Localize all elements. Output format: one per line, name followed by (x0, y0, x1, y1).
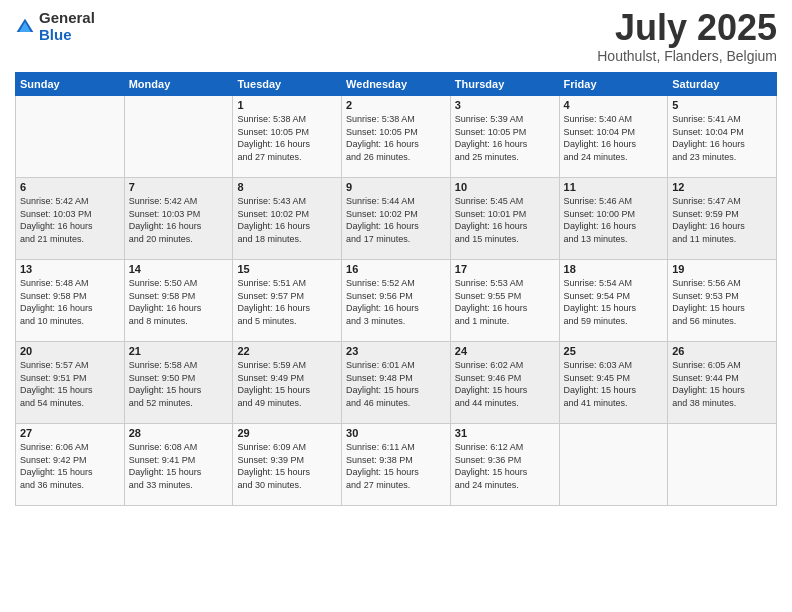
day-cell: 26Sunrise: 6:05 AM Sunset: 9:44 PM Dayli… (668, 342, 777, 424)
page: General Blue July 2025 Houthulst, Flande… (0, 0, 792, 612)
day-cell: 30Sunrise: 6:11 AM Sunset: 9:38 PM Dayli… (342, 424, 451, 506)
calendar-body: 1Sunrise: 5:38 AM Sunset: 10:05 PM Dayli… (16, 96, 777, 506)
day-number: 18 (564, 263, 664, 275)
day-cell: 5Sunrise: 5:41 AM Sunset: 10:04 PM Dayli… (668, 96, 777, 178)
header: General Blue July 2025 Houthulst, Flande… (15, 10, 777, 64)
day-info: Sunrise: 5:39 AM Sunset: 10:05 PM Daylig… (455, 113, 555, 163)
day-number: 8 (237, 181, 337, 193)
day-cell: 8Sunrise: 5:43 AM Sunset: 10:02 PM Dayli… (233, 178, 342, 260)
logo-text: General Blue (39, 10, 95, 43)
day-info: Sunrise: 5:58 AM Sunset: 9:50 PM Dayligh… (129, 359, 229, 409)
day-number: 23 (346, 345, 446, 357)
logo-blue: Blue (39, 27, 95, 44)
day-number: 25 (564, 345, 664, 357)
title-block: July 2025 Houthulst, Flanders, Belgium (597, 10, 777, 64)
day-number: 4 (564, 99, 664, 111)
header-cell-wednesday: Wednesday (342, 73, 451, 96)
header-cell-thursday: Thursday (450, 73, 559, 96)
day-info: Sunrise: 5:43 AM Sunset: 10:02 PM Daylig… (237, 195, 337, 245)
day-number: 29 (237, 427, 337, 439)
day-number: 27 (20, 427, 120, 439)
day-cell: 28Sunrise: 6:08 AM Sunset: 9:41 PM Dayli… (124, 424, 233, 506)
day-cell: 6Sunrise: 5:42 AM Sunset: 10:03 PM Dayli… (16, 178, 125, 260)
day-info: Sunrise: 6:02 AM Sunset: 9:46 PM Dayligh… (455, 359, 555, 409)
day-info: Sunrise: 6:01 AM Sunset: 9:48 PM Dayligh… (346, 359, 446, 409)
header-cell-monday: Monday (124, 73, 233, 96)
day-cell: 17Sunrise: 5:53 AM Sunset: 9:55 PM Dayli… (450, 260, 559, 342)
day-info: Sunrise: 5:52 AM Sunset: 9:56 PM Dayligh… (346, 277, 446, 327)
day-number: 22 (237, 345, 337, 357)
day-number: 9 (346, 181, 446, 193)
day-cell: 29Sunrise: 6:09 AM Sunset: 9:39 PM Dayli… (233, 424, 342, 506)
day-number: 1 (237, 99, 337, 111)
day-number: 14 (129, 263, 229, 275)
week-row-2: 13Sunrise: 5:48 AM Sunset: 9:58 PM Dayli… (16, 260, 777, 342)
day-cell: 21Sunrise: 5:58 AM Sunset: 9:50 PM Dayli… (124, 342, 233, 424)
day-info: Sunrise: 5:40 AM Sunset: 10:04 PM Daylig… (564, 113, 664, 163)
day-cell: 23Sunrise: 6:01 AM Sunset: 9:48 PM Dayli… (342, 342, 451, 424)
header-row: SundayMondayTuesdayWednesdayThursdayFrid… (16, 73, 777, 96)
day-info: Sunrise: 5:57 AM Sunset: 9:51 PM Dayligh… (20, 359, 120, 409)
day-info: Sunrise: 5:48 AM Sunset: 9:58 PM Dayligh… (20, 277, 120, 327)
day-info: Sunrise: 6:11 AM Sunset: 9:38 PM Dayligh… (346, 441, 446, 491)
day-cell: 24Sunrise: 6:02 AM Sunset: 9:46 PM Dayli… (450, 342, 559, 424)
day-number: 26 (672, 345, 772, 357)
day-number: 13 (20, 263, 120, 275)
day-cell (16, 96, 125, 178)
day-cell: 27Sunrise: 6:06 AM Sunset: 9:42 PM Dayli… (16, 424, 125, 506)
day-info: Sunrise: 5:41 AM Sunset: 10:04 PM Daylig… (672, 113, 772, 163)
day-cell: 3Sunrise: 5:39 AM Sunset: 10:05 PM Dayli… (450, 96, 559, 178)
day-info: Sunrise: 5:46 AM Sunset: 10:00 PM Daylig… (564, 195, 664, 245)
day-cell: 25Sunrise: 6:03 AM Sunset: 9:45 PM Dayli… (559, 342, 668, 424)
day-number: 31 (455, 427, 555, 439)
week-row-4: 27Sunrise: 6:06 AM Sunset: 9:42 PM Dayli… (16, 424, 777, 506)
day-number: 10 (455, 181, 555, 193)
logo: General Blue (15, 10, 95, 43)
day-info: Sunrise: 6:03 AM Sunset: 9:45 PM Dayligh… (564, 359, 664, 409)
day-number: 28 (129, 427, 229, 439)
day-cell: 18Sunrise: 5:54 AM Sunset: 9:54 PM Dayli… (559, 260, 668, 342)
day-number: 3 (455, 99, 555, 111)
day-cell: 31Sunrise: 6:12 AM Sunset: 9:36 PM Dayli… (450, 424, 559, 506)
logo-general: General (39, 10, 95, 27)
day-cell: 7Sunrise: 5:42 AM Sunset: 10:03 PM Dayli… (124, 178, 233, 260)
day-cell: 20Sunrise: 5:57 AM Sunset: 9:51 PM Dayli… (16, 342, 125, 424)
day-number: 15 (237, 263, 337, 275)
day-info: Sunrise: 5:53 AM Sunset: 9:55 PM Dayligh… (455, 277, 555, 327)
day-cell: 15Sunrise: 5:51 AM Sunset: 9:57 PM Dayli… (233, 260, 342, 342)
day-cell (124, 96, 233, 178)
month-title: July 2025 (597, 10, 777, 46)
day-info: Sunrise: 6:06 AM Sunset: 9:42 PM Dayligh… (20, 441, 120, 491)
day-cell: 2Sunrise: 5:38 AM Sunset: 10:05 PM Dayli… (342, 96, 451, 178)
day-info: Sunrise: 6:05 AM Sunset: 9:44 PM Dayligh… (672, 359, 772, 409)
day-info: Sunrise: 5:47 AM Sunset: 9:59 PM Dayligh… (672, 195, 772, 245)
day-number: 7 (129, 181, 229, 193)
day-cell: 12Sunrise: 5:47 AM Sunset: 9:59 PM Dayli… (668, 178, 777, 260)
day-cell: 9Sunrise: 5:44 AM Sunset: 10:02 PM Dayli… (342, 178, 451, 260)
day-info: Sunrise: 5:38 AM Sunset: 10:05 PM Daylig… (237, 113, 337, 163)
day-info: Sunrise: 6:12 AM Sunset: 9:36 PM Dayligh… (455, 441, 555, 491)
day-info: Sunrise: 6:08 AM Sunset: 9:41 PM Dayligh… (129, 441, 229, 491)
week-row-0: 1Sunrise: 5:38 AM Sunset: 10:05 PM Dayli… (16, 96, 777, 178)
calendar: SundayMondayTuesdayWednesdayThursdayFrid… (15, 72, 777, 506)
day-cell: 13Sunrise: 5:48 AM Sunset: 9:58 PM Dayli… (16, 260, 125, 342)
day-number: 30 (346, 427, 446, 439)
location: Houthulst, Flanders, Belgium (597, 48, 777, 64)
day-number: 16 (346, 263, 446, 275)
week-row-1: 6Sunrise: 5:42 AM Sunset: 10:03 PM Dayli… (16, 178, 777, 260)
day-number: 12 (672, 181, 772, 193)
day-info: Sunrise: 5:51 AM Sunset: 9:57 PM Dayligh… (237, 277, 337, 327)
day-info: Sunrise: 5:44 AM Sunset: 10:02 PM Daylig… (346, 195, 446, 245)
day-cell (559, 424, 668, 506)
week-row-3: 20Sunrise: 5:57 AM Sunset: 9:51 PM Dayli… (16, 342, 777, 424)
day-number: 17 (455, 263, 555, 275)
day-info: Sunrise: 5:56 AM Sunset: 9:53 PM Dayligh… (672, 277, 772, 327)
day-number: 11 (564, 181, 664, 193)
day-number: 5 (672, 99, 772, 111)
day-number: 19 (672, 263, 772, 275)
calendar-header: SundayMondayTuesdayWednesdayThursdayFrid… (16, 73, 777, 96)
header-cell-saturday: Saturday (668, 73, 777, 96)
day-number: 6 (20, 181, 120, 193)
day-cell: 1Sunrise: 5:38 AM Sunset: 10:05 PM Dayli… (233, 96, 342, 178)
logo-icon (15, 17, 35, 37)
